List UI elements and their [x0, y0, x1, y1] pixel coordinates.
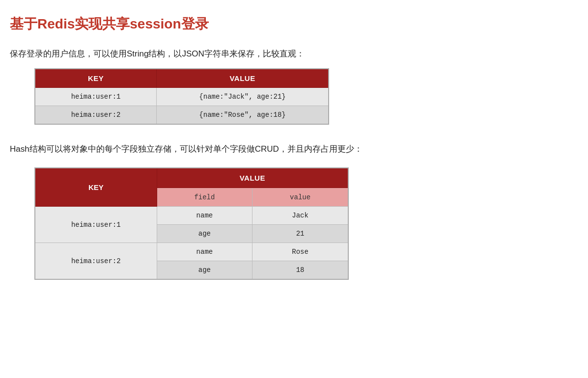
- table1-header-key: KEY: [35, 69, 157, 88]
- page-title: 基于Redis实现共享session登录: [10, 15, 578, 33]
- table2-value-cell: 21: [252, 225, 348, 243]
- string-table: KEY VALUE heima:user:1{name:"Jack", age:…: [34, 68, 329, 125]
- table2-field-cell: name: [157, 207, 252, 225]
- description-hash: Hash结构可以将对象中的每个字段独立存储，可以针对单个字段做CRUD，并且内存…: [10, 142, 578, 156]
- string-table-container: KEY VALUE heima:user:1{name:"Jack", age:…: [34, 68, 578, 125]
- hash-table-container: KEY VALUE field value heima:user:1nameJa…: [34, 167, 578, 280]
- table2-header-key: KEY: [35, 168, 157, 207]
- table-row: heima:user:1nameJack: [35, 207, 348, 225]
- table2-value-cell: Jack: [252, 207, 348, 225]
- table-row: heima:user:2{name:"Rose", age:18}: [35, 106, 329, 125]
- table1-header-value: VALUE: [157, 69, 329, 88]
- table-row: heima:user:2nameRose: [35, 243, 348, 261]
- table2-subheader-value: value: [252, 188, 348, 206]
- table1-key-cell: heima:user:2: [35, 106, 157, 125]
- table2-value-cell: 18: [252, 261, 348, 280]
- table2-key-cell: heima:user:2: [35, 243, 157, 280]
- table1-value-cell: {name:"Jack", age:21}: [157, 88, 329, 106]
- table2-field-cell: name: [157, 243, 252, 261]
- table1-value-cell: {name:"Rose", age:18}: [157, 106, 329, 125]
- table2-subheader-field: field: [157, 188, 252, 206]
- table2-key-cell: heima:user:1: [35, 207, 157, 243]
- table2-value-cell: Rose: [252, 243, 348, 261]
- table2-field-cell: age: [157, 261, 252, 280]
- table1-key-cell: heima:user:1: [35, 88, 157, 106]
- table2-header-value: VALUE: [157, 168, 348, 188]
- hash-table: KEY VALUE field value heima:user:1nameJa…: [34, 167, 349, 280]
- description-string: 保存登录的用户信息，可以使用String结构，以JSON字符串来保存，比较直观：: [10, 47, 578, 60]
- table2-field-cell: age: [157, 225, 252, 243]
- table-row: heima:user:1{name:"Jack", age:21}: [35, 88, 329, 106]
